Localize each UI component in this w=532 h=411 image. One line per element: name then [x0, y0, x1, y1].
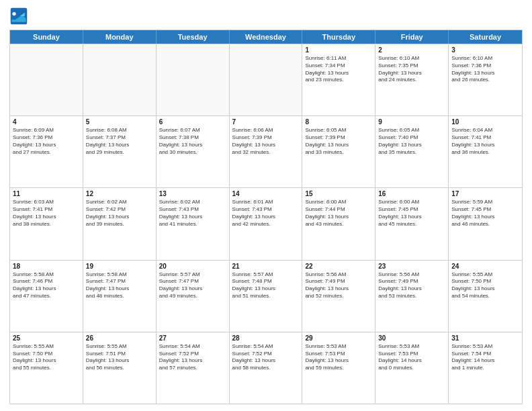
cell-info: Sunrise: 6:00 AM Sunset: 7:44 PM Dayligh… [305, 199, 372, 228]
day-number: 23 [378, 263, 445, 270]
cell-info: Sunrise: 6:11 AM Sunset: 7:34 PM Dayligh… [305, 55, 372, 84]
cell-info: Sunrise: 5:54 AM Sunset: 7:52 PM Dayligh… [232, 343, 300, 372]
cal-cell-9: 9Sunrise: 6:05 AM Sunset: 7:40 PM Daylig… [375, 116, 449, 187]
cal-cell-28: 28Sunrise: 5:54 AM Sunset: 7:52 PM Dayli… [230, 332, 303, 404]
cal-cell-empty-1 [83, 44, 157, 116]
day-number: 6 [159, 118, 226, 126]
day-number: 17 [451, 190, 519, 197]
svg-point-3 [12, 12, 15, 15]
cal-row-0: 1Sunrise: 6:11 AM Sunset: 7:34 PM Daylig… [10, 44, 522, 116]
cal-cell-29: 29Sunrise: 5:53 AM Sunset: 7:53 PM Dayli… [302, 332, 375, 404]
header-day-thursday: Thursday [302, 30, 375, 44]
day-number: 4 [13, 118, 80, 126]
day-number: 26 [86, 334, 153, 342]
day-number: 11 [13, 190, 80, 197]
day-number: 28 [232, 334, 300, 342]
cell-info: Sunrise: 6:04 AM Sunset: 7:41 PM Dayligh… [451, 127, 519, 156]
day-number: 8 [305, 118, 372, 126]
cell-info: Sunrise: 5:57 AM Sunset: 7:48 PM Dayligh… [232, 271, 300, 300]
cal-cell-21: 21Sunrise: 5:57 AM Sunset: 7:48 PM Dayli… [230, 261, 303, 332]
day-number: 13 [159, 190, 226, 197]
cal-cell-24: 24Sunrise: 5:55 AM Sunset: 7:50 PM Dayli… [449, 261, 522, 332]
cal-cell-1: 1Sunrise: 6:11 AM Sunset: 7:34 PM Daylig… [302, 44, 375, 116]
cell-info: Sunrise: 5:53 AM Sunset: 7:53 PM Dayligh… [305, 343, 372, 372]
cell-info: Sunrise: 6:08 AM Sunset: 7:37 PM Dayligh… [86, 127, 153, 156]
day-number: 9 [378, 118, 445, 126]
cell-info: Sunrise: 6:05 AM Sunset: 7:40 PM Dayligh… [378, 127, 445, 156]
day-number: 12 [86, 190, 153, 197]
cal-cell-empty-3 [230, 44, 303, 116]
cell-info: Sunrise: 6:03 AM Sunset: 7:41 PM Dayligh… [13, 199, 80, 228]
cell-info: Sunrise: 5:57 AM Sunset: 7:47 PM Dayligh… [159, 271, 226, 300]
cell-info: Sunrise: 6:02 AM Sunset: 7:43 PM Dayligh… [159, 199, 226, 228]
cal-row-4: 25Sunrise: 5:55 AM Sunset: 7:50 PM Dayli… [10, 332, 522, 404]
cal-row-3: 18Sunrise: 5:58 AM Sunset: 7:46 PM Dayli… [10, 260, 522, 332]
cell-info: Sunrise: 6:07 AM Sunset: 7:38 PM Dayligh… [159, 127, 226, 156]
cell-info: Sunrise: 6:01 AM Sunset: 7:43 PM Dayligh… [232, 199, 300, 228]
cal-row-2: 11Sunrise: 6:03 AM Sunset: 7:41 PM Dayli… [10, 187, 522, 259]
day-number: 29 [305, 334, 372, 342]
cal-row-1: 4Sunrise: 6:09 AM Sunset: 7:36 PM Daylig… [10, 116, 522, 187]
cal-cell-30: 30Sunrise: 5:53 AM Sunset: 7:53 PM Dayli… [375, 332, 449, 404]
day-number: 27 [159, 334, 226, 342]
cal-cell-18: 18Sunrise: 5:58 AM Sunset: 7:46 PM Dayli… [10, 261, 83, 332]
day-number: 7 [232, 118, 300, 126]
page: SundayMondayTuesdayWednesdayThursdayFrid… [0, 0, 532, 411]
day-number: 10 [451, 118, 519, 126]
header-day-sunday: Sunday [10, 30, 83, 44]
header-day-monday: Monday [83, 30, 157, 44]
header-day-friday: Friday [375, 30, 449, 44]
cal-cell-8: 8Sunrise: 6:05 AM Sunset: 7:39 PM Daylig… [302, 116, 375, 187]
cal-cell-17: 17Sunrise: 5:59 AM Sunset: 7:45 PM Dayli… [449, 188, 522, 259]
day-number: 1 [305, 46, 372, 54]
day-number: 3 [451, 46, 519, 54]
header-day-tuesday: Tuesday [157, 30, 230, 44]
day-number: 18 [13, 263, 80, 270]
cal-cell-5: 5Sunrise: 6:08 AM Sunset: 7:37 PM Daylig… [83, 116, 157, 187]
cell-info: Sunrise: 5:56 AM Sunset: 7:49 PM Dayligh… [378, 271, 445, 300]
day-number: 14 [232, 190, 300, 197]
header [9, 7, 523, 26]
cal-cell-3: 3Sunrise: 6:10 AM Sunset: 7:36 PM Daylig… [449, 44, 522, 116]
cal-cell-27: 27Sunrise: 5:54 AM Sunset: 7:52 PM Dayli… [157, 332, 230, 404]
header-day-saturday: Saturday [449, 30, 522, 44]
cell-info: Sunrise: 6:02 AM Sunset: 7:42 PM Dayligh… [86, 199, 153, 228]
day-number: 2 [378, 46, 445, 54]
cell-info: Sunrise: 5:53 AM Sunset: 7:53 PM Dayligh… [378, 343, 445, 372]
calendar-body: 1Sunrise: 6:11 AM Sunset: 7:34 PM Daylig… [10, 44, 522, 404]
cell-info: Sunrise: 5:55 AM Sunset: 7:50 PM Dayligh… [451, 271, 519, 300]
cal-cell-22: 22Sunrise: 5:56 AM Sunset: 7:49 PM Dayli… [302, 261, 375, 332]
logo [9, 7, 31, 26]
cal-cell-2: 2Sunrise: 6:10 AM Sunset: 7:35 PM Daylig… [375, 44, 449, 116]
day-number: 16 [378, 190, 445, 197]
cell-info: Sunrise: 5:53 AM Sunset: 7:54 PM Dayligh… [451, 343, 519, 372]
cal-cell-23: 23Sunrise: 5:56 AM Sunset: 7:49 PM Dayli… [375, 261, 449, 332]
day-number: 19 [86, 263, 153, 270]
cell-info: Sunrise: 6:06 AM Sunset: 7:39 PM Dayligh… [232, 127, 300, 156]
calendar: SundayMondayTuesdayWednesdayThursdayFrid… [9, 30, 523, 404]
cal-cell-25: 25Sunrise: 5:55 AM Sunset: 7:50 PM Dayli… [10, 332, 83, 404]
cal-cell-19: 19Sunrise: 5:58 AM Sunset: 7:47 PM Dayli… [83, 261, 157, 332]
cal-cell-11: 11Sunrise: 6:03 AM Sunset: 7:41 PM Dayli… [10, 188, 83, 259]
cell-info: Sunrise: 6:10 AM Sunset: 7:36 PM Dayligh… [451, 55, 519, 84]
logo-icon [9, 7, 28, 26]
cell-info: Sunrise: 5:59 AM Sunset: 7:45 PM Dayligh… [451, 199, 519, 228]
cell-info: Sunrise: 5:58 AM Sunset: 7:46 PM Dayligh… [13, 271, 80, 300]
cal-cell-14: 14Sunrise: 6:01 AM Sunset: 7:43 PM Dayli… [230, 188, 303, 259]
cal-cell-12: 12Sunrise: 6:02 AM Sunset: 7:42 PM Dayli… [83, 188, 157, 259]
cal-cell-13: 13Sunrise: 6:02 AM Sunset: 7:43 PM Dayli… [157, 188, 230, 259]
cal-cell-20: 20Sunrise: 5:57 AM Sunset: 7:47 PM Dayli… [157, 261, 230, 332]
cell-info: Sunrise: 5:55 AM Sunset: 7:51 PM Dayligh… [86, 343, 153, 372]
day-number: 15 [305, 190, 372, 197]
day-number: 5 [86, 118, 153, 126]
cal-cell-10: 10Sunrise: 6:04 AM Sunset: 7:41 PM Dayli… [449, 116, 522, 187]
cal-cell-31: 31Sunrise: 5:53 AM Sunset: 7:54 PM Dayli… [449, 332, 522, 404]
day-number: 31 [451, 334, 519, 342]
cell-info: Sunrise: 5:58 AM Sunset: 7:47 PM Dayligh… [86, 271, 153, 300]
day-number: 30 [378, 334, 445, 342]
day-number: 22 [305, 263, 372, 270]
header-day-wednesday: Wednesday [230, 30, 303, 44]
cell-info: Sunrise: 5:55 AM Sunset: 7:50 PM Dayligh… [13, 343, 80, 372]
cell-info: Sunrise: 6:05 AM Sunset: 7:39 PM Dayligh… [305, 127, 372, 156]
cal-cell-16: 16Sunrise: 6:00 AM Sunset: 7:45 PM Dayli… [375, 188, 449, 259]
